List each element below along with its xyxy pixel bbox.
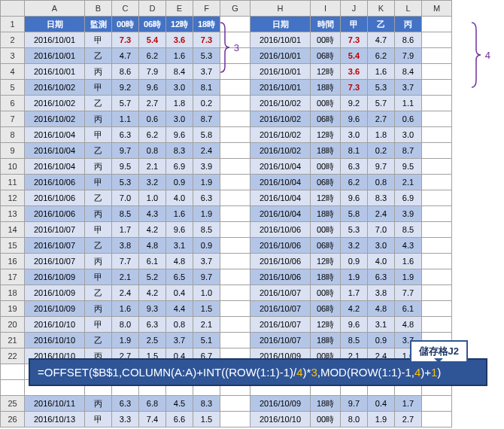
cell[interactable]: 4.8 bbox=[166, 254, 193, 269]
cell[interactable]: 2016/10/09 bbox=[25, 301, 85, 317]
cell[interactable]: 2.4 bbox=[112, 285, 139, 301]
cell[interactable]: 2016/10/04 bbox=[25, 159, 85, 175]
cell[interactable]: 3.7 bbox=[395, 80, 422, 96]
cell[interactable] bbox=[220, 159, 250, 175]
cell[interactable]: 8.5 bbox=[395, 222, 422, 238]
row-6[interactable]: 6 bbox=[1, 96, 25, 111]
cell[interactable] bbox=[220, 143, 250, 159]
cell[interactable]: 2016/10/09 bbox=[25, 269, 85, 285]
cell[interactable]: 6.3 bbox=[112, 127, 139, 143]
cell[interactable]: 3.0 bbox=[395, 127, 422, 143]
cell[interactable]: 8.0 bbox=[341, 412, 368, 427]
cell[interactable]: 2.1 bbox=[139, 159, 166, 175]
col-F[interactable]: F bbox=[193, 1, 220, 17]
cell[interactable]: 5.4 bbox=[341, 48, 368, 64]
cell[interactable]: 2016/10/06 bbox=[25, 206, 85, 222]
cell[interactable]: 7.0 bbox=[368, 222, 395, 238]
cell[interactable]: 5.3 bbox=[193, 48, 220, 64]
cell[interactable]: 甲 bbox=[85, 317, 112, 333]
cell[interactable]: 1.6 bbox=[166, 48, 193, 64]
cell[interactable]: 8.6 bbox=[395, 32, 422, 48]
cell[interactable] bbox=[220, 301, 250, 317]
cell[interactable] bbox=[220, 80, 250, 96]
cell[interactable]: 3.2 bbox=[139, 175, 166, 190]
cell[interactable]: 甲 bbox=[85, 80, 112, 96]
cell[interactable]: 2016/10/06 bbox=[25, 190, 85, 206]
cell[interactable]: 5.8 bbox=[341, 206, 368, 222]
cell[interactable]: 2016/10/01 bbox=[25, 48, 85, 64]
cell[interactable] bbox=[422, 317, 452, 333]
cell[interactable]: 8.1 bbox=[193, 80, 220, 96]
cell[interactable]: 9.6 bbox=[166, 127, 193, 143]
cell[interactable]: 1.9 bbox=[193, 206, 220, 222]
cell[interactable]: 18時 bbox=[311, 333, 341, 348]
row-21[interactable]: 21 bbox=[1, 333, 25, 348]
cell[interactable]: 6.1 bbox=[139, 254, 166, 269]
cell[interactable]: 0.9 bbox=[193, 238, 220, 254]
cell[interactable]: 3.0 bbox=[166, 111, 193, 127]
cell[interactable]: 丙 bbox=[85, 64, 112, 80]
cell[interactable]: 12時 bbox=[311, 190, 341, 206]
cell[interactable]: 7.4 bbox=[139, 412, 166, 427]
cell[interactable]: 0.4 bbox=[166, 285, 193, 301]
cell[interactable] bbox=[422, 143, 452, 159]
col-D[interactable]: D bbox=[139, 1, 166, 17]
cell[interactable] bbox=[220, 32, 250, 48]
row-7[interactable]: 7 bbox=[1, 111, 25, 127]
cell[interactable]: 2016/10/04 bbox=[250, 190, 311, 206]
cell[interactable] bbox=[220, 127, 250, 143]
cell[interactable]: 9.6 bbox=[341, 111, 368, 127]
cell[interactable] bbox=[220, 111, 250, 127]
row-25[interactable]: 25 bbox=[1, 396, 25, 412]
cell[interactable] bbox=[422, 301, 452, 317]
header-cell[interactable]: 00時 bbox=[112, 17, 139, 32]
cell[interactable]: 乙 bbox=[85, 143, 112, 159]
cell[interactable]: 5.2 bbox=[139, 269, 166, 285]
cell[interactable]: 06時 bbox=[311, 111, 341, 127]
cell[interactable]: 9.2 bbox=[341, 96, 368, 111]
cell[interactable]: 丙 bbox=[85, 254, 112, 269]
cell[interactable]: 0.6 bbox=[395, 111, 422, 127]
cell[interactable]: 2.4 bbox=[193, 143, 220, 159]
cell[interactable]: 2016/10/04 bbox=[25, 143, 85, 159]
cell[interactable]: 00時 bbox=[311, 96, 341, 111]
row-19[interactable]: 19 bbox=[1, 301, 25, 317]
cell[interactable]: 9.6 bbox=[341, 190, 368, 206]
cell[interactable]: 2016/10/07 bbox=[25, 238, 85, 254]
cell[interactable]: 4.3 bbox=[395, 238, 422, 254]
cell[interactable]: 2016/10/01 bbox=[250, 80, 311, 96]
cell[interactable]: 2016/10/06 bbox=[250, 222, 311, 238]
cell[interactable]: 0.2 bbox=[368, 143, 395, 159]
cell[interactable]: 8.3 bbox=[193, 396, 220, 412]
row-16[interactable]: 16 bbox=[1, 254, 25, 269]
cell[interactable]: 18時 bbox=[311, 80, 341, 96]
cell[interactable]: 2016/10/06 bbox=[250, 238, 311, 254]
cell[interactable] bbox=[422, 412, 452, 427]
cell[interactable]: 5.7 bbox=[112, 96, 139, 111]
row-9[interactable]: 9 bbox=[1, 143, 25, 159]
cell[interactable]: 0.9 bbox=[166, 175, 193, 190]
cell[interactable]: 3.3 bbox=[112, 412, 139, 427]
cell[interactable] bbox=[220, 333, 250, 348]
cell[interactable]: 00時 bbox=[311, 32, 341, 48]
cell[interactable]: 2016/10/02 bbox=[250, 143, 311, 159]
cell[interactable]: 7.3 bbox=[341, 32, 368, 48]
cell[interactable]: 4.2 bbox=[341, 301, 368, 317]
cell[interactable] bbox=[422, 206, 452, 222]
cell[interactable]: 乙 bbox=[85, 333, 112, 348]
cell[interactable] bbox=[422, 254, 452, 269]
cell[interactable]: 2.1 bbox=[193, 317, 220, 333]
cell[interactable]: 2.7 bbox=[139, 96, 166, 111]
cell[interactable] bbox=[220, 64, 250, 80]
cell[interactable]: 6.3 bbox=[112, 396, 139, 412]
cell[interactable]: 9.7 bbox=[368, 159, 395, 175]
cell[interactable]: 5.7 bbox=[368, 96, 395, 111]
cell[interactable] bbox=[422, 80, 452, 96]
cell[interactable]: 1.6 bbox=[112, 301, 139, 317]
cell[interactable]: 6.2 bbox=[368, 48, 395, 64]
col-I[interactable]: I bbox=[311, 1, 341, 17]
cell[interactable]: 4.3 bbox=[139, 206, 166, 222]
cell[interactable] bbox=[220, 48, 250, 64]
cell[interactable]: 5.1 bbox=[193, 333, 220, 348]
cell[interactable] bbox=[422, 222, 452, 238]
